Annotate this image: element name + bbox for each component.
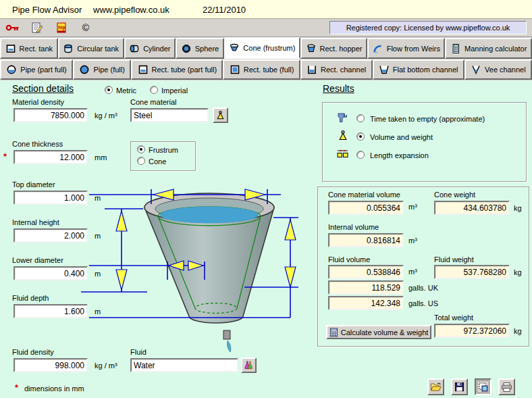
- app-website: www.pipeflow.co.uk: [93, 5, 169, 15]
- tab-rect-tube-part-full[interactable]: Rect. tube (part full): [131, 59, 223, 80]
- results-heading: Results: [323, 83, 354, 94]
- app-title: Pipe Flow Advisor: [12, 5, 82, 15]
- cone-material-label: Cone material: [130, 98, 176, 106]
- tab-sphere[interactable]: Sphere: [176, 38, 224, 59]
- lower-diameter-input[interactable]: [14, 266, 88, 280]
- fluid-volume-label: Fluid volume: [328, 255, 370, 264]
- cone-material-input[interactable]: [130, 108, 209, 122]
- lower-diameter-label: Lower diameter: [12, 256, 63, 264]
- circular-tank-icon: [63, 43, 74, 54]
- fluid-depth-input[interactable]: [14, 304, 88, 318]
- tab-cylinder[interactable]: Cylinder: [124, 38, 176, 59]
- save-button[interactable]: [451, 378, 468, 395]
- fluid-density-unit: kg / m³: [95, 362, 117, 370]
- license-key-icon[interactable]: [5, 22, 20, 34]
- imperial-radio[interactable]: [150, 86, 158, 94]
- cone-weight-unit: kg: [514, 204, 522, 212]
- required-mark: *: [3, 151, 7, 161]
- internal-volume-label: Internal volume: [328, 223, 379, 231]
- material-density-unit: kg / m³: [95, 111, 117, 120]
- fluid-weight-label: Fluid weight: [434, 255, 474, 264]
- rect-tank-icon: [5, 43, 16, 54]
- fluid-depth-label: Fluid depth: [12, 294, 49, 302]
- tab-vee-channel[interactable]: Vee channel: [464, 59, 532, 80]
- print-button[interactable]: [498, 378, 515, 395]
- fluid-picker-button[interactable]: [241, 357, 257, 373]
- metric-radio[interactable]: [105, 86, 113, 94]
- frustrum-label: Frustrum: [149, 146, 178, 154]
- cylinder-icon: [129, 43, 140, 54]
- volume-weight-radio[interactable]: [356, 132, 365, 141]
- material-density-input[interactable]: [14, 108, 88, 122]
- internal-height-unit: m: [95, 232, 101, 240]
- cone-label: Cone: [149, 157, 166, 166]
- tab-pipe-part-full[interactable]: Pipe (part full): [0, 59, 73, 80]
- empty-time-icon: [336, 112, 348, 125]
- sphere-icon: [181, 43, 192, 54]
- cone-radio[interactable]: [137, 157, 145, 165]
- cone-frustrum-icon: [229, 43, 240, 53]
- fluid-volume-us-field: [328, 296, 404, 310]
- results-options-groupbox: [322, 102, 527, 182]
- total-weight-unit: kg: [514, 327, 522, 335]
- fluid-volume-uk-unit: galls. UK: [408, 284, 438, 292]
- pipe-part-full-icon: [6, 64, 17, 75]
- help-book-icon[interactable]: hlp: [54, 22, 69, 34]
- flat-bottom-channel-icon: [379, 64, 390, 75]
- tab-rect-tank[interactable]: Rect. tank: [0, 38, 58, 59]
- open-folder-icon: [430, 382, 442, 392]
- open-file-button[interactable]: [427, 378, 444, 395]
- internal-volume-field: [328, 233, 404, 247]
- fluid-input[interactable]: [130, 358, 238, 372]
- cone-diagram: [78, 186, 307, 355]
- length-expansion-radio[interactable]: [356, 151, 365, 159]
- printer-icon: [501, 382, 512, 393]
- top-diameter-label: Top diameter: [12, 180, 55, 189]
- tab-pipe-full[interactable]: Pipe (full): [73, 59, 131, 80]
- internal-volume-unit: m³: [408, 237, 417, 245]
- svg-text:hlp: hlp: [58, 25, 65, 30]
- tab-rect-tube-full[interactable]: Rect. tube (full): [223, 59, 300, 80]
- calculate-button[interactable]: Calculate volume & weight: [326, 325, 431, 339]
- tab-flat-bottom-channel[interactable]: Flat bottom channel: [373, 59, 464, 80]
- cone-weight-field: [434, 201, 510, 215]
- tab-rect-channel[interactable]: Rect. channel: [300, 59, 373, 80]
- cone-weight-label: Cone weight: [434, 191, 475, 199]
- tab-flow-from-weirs[interactable]: Flow from Weirs: [367, 38, 445, 59]
- top-diameter-unit: m: [95, 194, 101, 202]
- top-diameter-input[interactable]: [14, 191, 88, 205]
- tab-rect-hopper[interactable]: Rect. hopper: [300, 38, 367, 59]
- cone-thickness-unit: mm: [95, 153, 107, 161]
- rect-tube-part-full-icon: [138, 64, 149, 75]
- weir-flow-icon: [373, 43, 383, 54]
- vee-channel-icon: [471, 64, 481, 75]
- notes-icon[interactable]: [30, 22, 45, 34]
- pipe-full-icon: [79, 64, 90, 75]
- fluid-weight-field: [434, 265, 510, 279]
- cone-material-picker-button[interactable]: [213, 107, 228, 123]
- fluid-weight-unit: kg: [514, 268, 522, 276]
- fluid-volume-uk-field: [328, 280, 404, 295]
- fluid-density-input[interactable]: [14, 358, 88, 372]
- length-expansion-label: Length expansion: [370, 151, 429, 159]
- imperial-label: Imperial: [161, 86, 188, 95]
- cone-thickness-input[interactable]: [14, 150, 88, 164]
- footnote-star: *: [15, 382, 18, 393]
- tab-manning-calculator[interactable]: Manning calculator: [445, 38, 532, 59]
- empty-time-radio[interactable]: [356, 114, 365, 122]
- cone-material-volume-unit: m³: [408, 203, 417, 211]
- copyright-icon: ©: [78, 22, 93, 34]
- total-weight-label: Total weight: [434, 314, 473, 322]
- app-menubar: Pipe Flow Advisor www.pipeflow.co.uk 22/…: [0, 0, 532, 19]
- fluid-depth-unit: m: [95, 307, 101, 316]
- volume-weight-icon: [338, 130, 348, 143]
- frustrum-radio[interactable]: [137, 145, 145, 153]
- rect-tube-full-icon: [230, 64, 240, 75]
- volume-weight-label: Volume and weight: [370, 133, 433, 141]
- tab-circular-tank[interactable]: Circular tank: [58, 38, 124, 59]
- total-weight-field: [434, 324, 510, 338]
- internal-height-input[interactable]: [14, 228, 88, 243]
- fluid-density-label: Fluid density: [12, 348, 54, 356]
- tab-cone-frustrum[interactable]: Cone (frustrum): [224, 37, 300, 59]
- copy-image-button[interactable]: [475, 378, 491, 395]
